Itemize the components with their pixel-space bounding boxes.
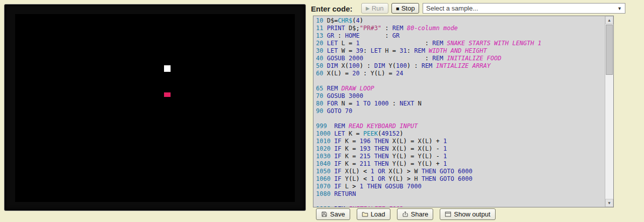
code-line[interactable]: 1020 IF K = 193 THEN X(L) = X(L) - 1 bbox=[316, 145, 605, 153]
folder-icon bbox=[362, 211, 368, 217]
code-line[interactable]: 65 REM DRAW LOOP bbox=[316, 85, 605, 92]
stop-icon: ■ bbox=[396, 6, 399, 12]
load-button[interactable]: Load bbox=[357, 208, 390, 220]
code-line[interactable]: 13 GR : HOME : GR bbox=[316, 32, 605, 40]
show-output-button[interactable]: Show output bbox=[440, 208, 495, 220]
code-panel: Enter code: ▶ Run ■ Stop Select a sample… bbox=[311, 0, 644, 222]
editor-scrollbar[interactable]: ▲ ▼ bbox=[605, 16, 613, 207]
sample-select[interactable]: Select a sample... ▼ bbox=[423, 3, 625, 14]
code-line[interactable]: 60 X(L) = 20 : Y(L) = 24 bbox=[316, 70, 605, 77]
scroll-down-button[interactable]: ▼ bbox=[605, 199, 613, 207]
code-line[interactable]: 40 GOSUB 2000 : REM INITIALIZE FOOD bbox=[316, 55, 605, 62]
sample-select-value: Select a sample... bbox=[426, 5, 478, 12]
code-line[interactable]: 1000 LET K = PEEK(49152) bbox=[316, 130, 605, 138]
code-line[interactable]: 70 GOSUB 3000 bbox=[316, 92, 605, 100]
code-line[interactable]: 1060 IF Y(L) < 1 OR Y(L) > H THEN GOTO 6… bbox=[316, 175, 605, 183]
code-line[interactable]: 1050 IF X(L) < 1 OR X(L) > W THEN GOTO 6… bbox=[316, 168, 605, 175]
toolbar: Enter code: ▶ Run ■ Stop Select a sample… bbox=[311, 3, 644, 14]
chevron-down-icon: ▼ bbox=[617, 6, 622, 11]
scroll-up-button[interactable]: ▲ bbox=[605, 16, 613, 24]
code-line[interactable]: 10 D$=CHR$(4) bbox=[316, 17, 605, 25]
show-output-button-label: Show output bbox=[454, 210, 490, 218]
code-line[interactable]: 999 REM READ KEYBOARD INPUT bbox=[316, 123, 605, 130]
share-icon bbox=[402, 211, 409, 217]
run-button-label: Run bbox=[372, 5, 384, 12]
code-line[interactable]: 30 LET W = 39: LET H = 31: REM WIDTH AND… bbox=[316, 47, 605, 55]
code-text[interactable]: 10 D$=CHR$(4)11 PRINT D$;"PR#3" : REM 80… bbox=[313, 16, 605, 207]
code-line[interactable]: 1010 IF K = 196 THEN X(L) = X(L) + 1 bbox=[316, 138, 605, 145]
stop-button-label: Stop bbox=[401, 5, 415, 12]
emulator-screen[interactable] bbox=[15, 14, 295, 202]
code-line[interactable]: 50 DIM X(100) : DIM Y(100) : REM INTIALI… bbox=[316, 62, 605, 70]
play-icon: ▶ bbox=[366, 6, 370, 11]
actions-bar: Save Load Share Show bbox=[316, 208, 496, 220]
save-button-label: Save bbox=[330, 210, 345, 218]
code-line[interactable]: 1999 REM INITIALIZE FOOD bbox=[316, 205, 605, 207]
scroll-up-icon: ▲ bbox=[607, 18, 611, 23]
code-line[interactable]: 80 FOR N = 1 TO 1000 : NEXT N bbox=[316, 100, 605, 107]
code-line[interactable] bbox=[316, 198, 605, 205]
scrollbar-thumb[interactable] bbox=[606, 25, 613, 75]
code-line[interactable]: 90 GOTO 70 bbox=[316, 107, 605, 115]
load-button-label: Load bbox=[371, 210, 385, 218]
code-line[interactable]: 20 LET L = 1 : REM SNAKE STARTS WITH LEN… bbox=[316, 40, 605, 47]
stop-button[interactable]: ■ Stop bbox=[391, 3, 419, 14]
code-line[interactable]: 1080 RETURN bbox=[316, 190, 605, 198]
code-line[interactable] bbox=[316, 115, 605, 123]
share-button[interactable]: Share bbox=[397, 208, 434, 220]
enter-code-label: Enter code: bbox=[311, 5, 353, 13]
food-pixel bbox=[164, 65, 171, 72]
save-button[interactable]: Save bbox=[316, 208, 350, 220]
code-line[interactable]: 1040 IF K = 211 THEN Y(L) = Y(L) + 1 bbox=[316, 160, 605, 168]
code-line[interactable]: 1070 IF L > 1 THEN GOSUB 7000 bbox=[316, 183, 605, 190]
scroll-down-icon: ▼ bbox=[607, 201, 611, 205]
window-icon bbox=[445, 211, 451, 217]
share-button-label: Share bbox=[411, 210, 429, 218]
code-line[interactable] bbox=[316, 77, 605, 85]
run-button[interactable]: ▶ Run bbox=[361, 3, 388, 14]
code-line[interactable]: 11 PRINT D$;"PR#3" : REM 80-column mode bbox=[316, 25, 605, 32]
code-editor[interactable]: 10 D$=CHR$(4)11 PRINT D$;"PR#3" : REM 80… bbox=[313, 16, 614, 207]
emulator-screen-bezel bbox=[4, 4, 306, 211]
code-line[interactable]: 1030 IF K = 215 THEN Y(L) = Y(L) - 1 bbox=[316, 153, 605, 160]
floppy-icon bbox=[321, 211, 328, 217]
snake-pixel bbox=[164, 92, 171, 97]
